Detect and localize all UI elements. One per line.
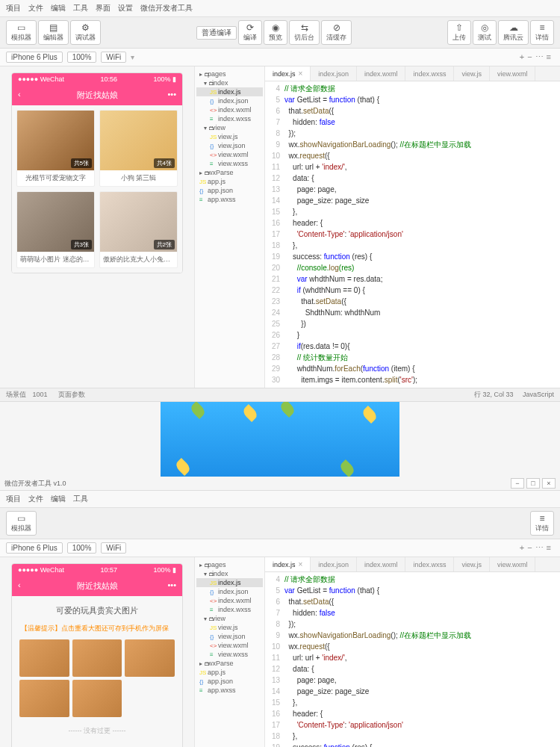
image-card[interactable]: 共2张傲娇的比克大人小兔子图片 [99,191,178,268]
debugger-toggle-button[interactable]: ⚙调试器 [70,20,101,45]
simulator-toggle-button[interactable]: ▭模拟器 [6,20,37,45]
simulator-toggle-button[interactable]: ▭模拟器 [6,511,37,536]
file-app.wxss[interactable]: ≡app.wxss [196,686,263,695]
file-view.json[interactable]: {}view.json [196,632,263,641]
file-view[interactable]: ▾ 🗀view [196,614,263,623]
collapse-button[interactable]: − [527,52,532,62]
menu-settings[interactable]: 设置 [118,3,133,13]
tab-view.wxml[interactable]: view.wxml [490,557,536,571]
add-file-button[interactable]: + [520,52,524,62]
file-index.js[interactable]: JSindex.js [196,578,263,587]
file-wxParse[interactable]: ▸ 🗀wxParse [196,168,263,177]
thumbnail[interactable] [72,680,122,717]
tab-index.json[interactable]: index.json [311,557,357,571]
menu-project[interactable]: 项目 [6,494,21,504]
more-button[interactable]: ⋯ [535,543,544,553]
file-app.wxss[interactable]: ≡app.wxss [196,195,263,204]
device-model-select[interactable]: iPhone 6 Plus [6,542,63,554]
tab-index.wxml[interactable]: index.wxml [357,557,406,571]
tab-index.wxss[interactable]: index.wxss [405,66,454,81]
file-view.js[interactable]: JSview.js [196,623,263,632]
collapse-button[interactable]: − [527,543,532,553]
menu-edit[interactable]: 编辑 [51,3,66,13]
back-icon[interactable]: ‹ [18,580,21,589]
tab-index.js[interactable]: index.js× [265,66,311,81]
code-editor[interactable]: 4// 请求全部数据5var GetList = function (that)… [265,572,560,747]
menu-tools[interactable]: 工具 [73,494,88,504]
menu-button[interactable]: ≡ [547,543,551,553]
file-index.json[interactable]: {}index.json [196,96,263,105]
file-index[interactable]: ▾ 🗀index [196,569,263,578]
menu-button[interactable]: ≡ [547,52,551,62]
file-view.wxss[interactable]: ≡view.wxss [196,650,263,659]
menu-project[interactable]: 项目 [6,3,21,13]
menu-file[interactable]: 文件 [28,494,43,504]
tab-index.wxml[interactable]: index.wxml [357,66,406,81]
maximize-button[interactable]: □ [526,478,540,489]
file-index.wxss[interactable]: ≡index.wxss [196,114,263,123]
menu-edit[interactable]: 编辑 [51,494,66,504]
close-tab-icon[interactable]: × [299,69,303,78]
preview-button[interactable]: ◉预览 [264,20,287,45]
menu-file[interactable]: 文件 [28,3,43,13]
upload-button[interactable]: ⇧上传 [447,20,471,45]
close-tab-icon[interactable]: × [299,560,303,568]
file-index.json[interactable]: {}index.json [196,587,263,596]
file-view.js[interactable]: JSview.js [196,132,263,141]
tab-index.js[interactable]: index.js× [265,557,311,571]
thumbnail[interactable] [19,639,69,677]
minimize-button[interactable]: − [511,478,524,489]
tab-view.js[interactable]: view.js [454,557,490,571]
compile-mode-select[interactable]: 普通编译 [196,26,237,40]
zoom-select[interactable]: 100% [67,52,97,63]
tab-index.wxss[interactable]: index.wxss [405,557,454,571]
add-file-button[interactable]: + [520,543,524,553]
code-editor[interactable]: 4// 请求全部数据5var GetList = function (that)… [265,81,560,388]
tencent-cloud-button[interactable]: ☁腾讯云 [498,20,529,45]
file-index.js[interactable]: JSindex.js [196,87,263,96]
more-icon[interactable]: ••• [167,90,176,99]
network-select[interactable]: WiFi [101,542,126,554]
thumbnail[interactable] [19,680,69,717]
menu-tools[interactable]: 工具 [73,3,88,13]
zoom-select[interactable]: 100% [67,542,97,554]
editor-toggle-button[interactable]: ▤编辑器 [38,20,69,45]
file-wxParse[interactable]: ▸ 🗀wxParse [196,659,263,668]
file-pages[interactable]: ▸ 🗀pages [196,69,263,78]
file-index[interactable]: ▾ 🗀index [196,78,263,87]
file-app.json[interactable]: {}app.json [196,186,263,195]
file-index.wxss[interactable]: ≡index.wxss [196,605,263,614]
file-app.json[interactable]: {}app.json [196,677,263,686]
file-pages[interactable]: ▸ 🗀pages [196,560,263,569]
device-model-select[interactable]: iPhone 6 Plus [6,52,63,63]
image-card[interactable]: 共5张光棍节可爱宠物文字 [16,110,95,187]
close-button[interactable]: × [542,478,556,489]
file-view.wxml[interactable]: <>view.wxml [196,641,263,650]
more-icon[interactable]: ••• [167,580,176,589]
tab-view.js[interactable]: view.js [454,66,490,81]
compile-button[interactable]: ⟳编译 [238,20,262,45]
thumbnail[interactable] [72,639,122,677]
file-app.js[interactable]: JSapp.js [196,668,263,677]
back-icon[interactable]: ‹ [18,90,21,99]
test-button[interactable]: ◎测试 [473,20,497,45]
network-select[interactable]: WiFi [101,52,126,63]
switch-bg-button[interactable]: ⇆切后台 [289,20,320,45]
menu-devtools[interactable]: 微信开发者工具 [140,3,193,13]
file-view[interactable]: ▾ 🗀view [196,123,263,132]
file-view.json[interactable]: {}view.json [196,141,263,150]
image-card[interactable]: 共3张萌萌哒小图片 迷恋的苏格兰折… [16,191,95,268]
thumbnail[interactable] [125,639,175,677]
file-index.wxml[interactable]: <>index.wxml [196,105,263,114]
clear-cache-button[interactable]: ⊘清缓存 [321,20,352,45]
menu-ui[interactable]: 界面 [96,3,111,13]
tab-view.wxml[interactable]: view.wxml [490,66,536,81]
file-index.wxml[interactable]: <>index.wxml [196,596,263,605]
file-view.wxss[interactable]: ≡view.wxss [196,159,263,168]
more-button[interactable]: ⋯ [535,52,544,62]
details-button[interactable]: ≡详情 [530,20,554,45]
image-card[interactable]: 共4张小狗 第三辑 [99,110,178,187]
tab-index.json[interactable]: index.json [311,66,357,81]
details-button[interactable]: ≡详情 [530,511,554,536]
file-view.wxml[interactable]: <>view.wxml [196,150,263,159]
